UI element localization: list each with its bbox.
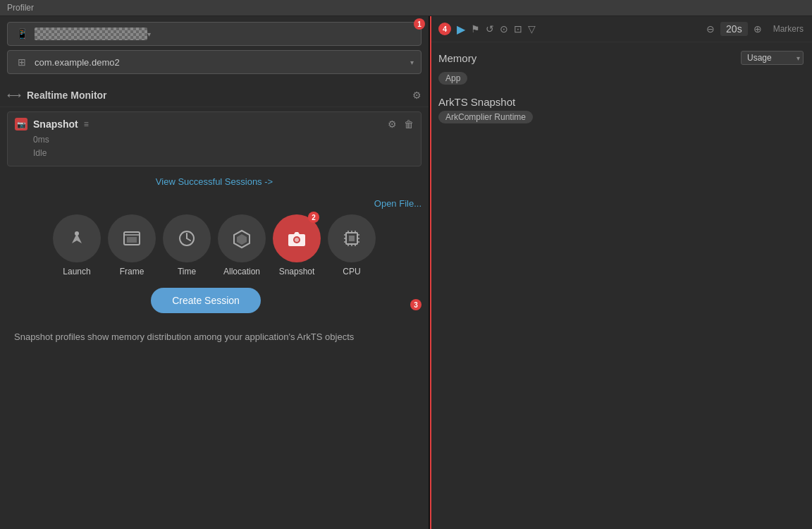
launch-label: Launch <box>63 267 90 276</box>
device-chevron-icon: ▾ <box>147 30 151 38</box>
snapshot-actions: ⚙ 🗑 <box>388 118 414 130</box>
snapshot-label: Snapshot <box>33 118 78 130</box>
snapshot-status: Idle <box>33 147 414 160</box>
time-circle <box>163 214 211 262</box>
realtime-monitor-title: Realtime Monitor <box>27 90 107 101</box>
device-value <box>35 28 147 40</box>
process-value: com.example.demo2 <box>35 57 410 68</box>
app-title: Profiler <box>7 3 34 13</box>
snapshot-delete-icon[interactable]: 🗑 <box>404 118 414 130</box>
arkts-chip: ArkComplier Runtime <box>438 111 533 123</box>
snapshot-time: 0ms <box>33 133 414 147</box>
svg-line-6 <box>187 238 190 241</box>
svg-rect-3 <box>127 237 137 243</box>
profile-btn-allocation[interactable]: Allocation <box>218 214 266 276</box>
svg-point-11 <box>295 238 299 242</box>
monitor-icon: ⟷ <box>7 90 21 101</box>
description-text: Snapshot profiles show memory distributi… <box>7 330 422 344</box>
main-layout: 📱 ▾ 1 ⊞ com.example.demo2 ▾ ⟷ Realtime M… <box>0 16 812 529</box>
view-sessions-link[interactable]: View Successful Sessions -> <box>0 171 429 193</box>
screenshot-icon[interactable]: ⊡ <box>514 23 522 35</box>
profile-types-area: Open File... Launch <box>0 193 429 529</box>
memory-title: Memory <box>438 52 476 64</box>
flag-icon[interactable]: ⚑ <box>471 23 480 35</box>
cpu-circle <box>328 214 376 262</box>
camera-icon[interactable]: ⊙ <box>500 23 508 35</box>
create-session-badge: 3 <box>410 299 422 310</box>
profile-btn-time[interactable]: Time <box>163 214 211 276</box>
usage-dropdown[interactable]: Usage Allocations Timeline <box>741 51 804 65</box>
realtime-monitor-header: ⟷ Realtime Monitor ⚙ <box>0 84 429 107</box>
device-selector[interactable]: 📱 ▾ 1 <box>7 22 422 46</box>
profile-btn-launch[interactable]: Launch <box>53 214 101 276</box>
create-session-wrapper: Create Session 3 <box>7 288 422 322</box>
create-session-button[interactable]: Create Session <box>151 288 261 313</box>
snapshot-badge: 2 <box>308 212 319 223</box>
snapshot-btn-label: Snapshot <box>279 267 315 276</box>
time-display: 20s <box>720 22 748 36</box>
frame-circle <box>108 214 156 262</box>
title-bar: Profiler <box>0 0 812 16</box>
snapshot-item: 📷 Snapshot ≡ ⚙ 🗑 0ms Idle <box>7 111 422 166</box>
zoom-in-icon[interactable]: ⊕ <box>753 23 762 35</box>
memory-section: Memory Usage Allocations Timeline App <box>438 51 804 85</box>
snapshot-header: 📷 Snapshot ≡ ⚙ 🗑 <box>15 118 414 130</box>
snapshot-list-icon: ≡ <box>84 119 89 129</box>
snapshot-meta: 0ms Idle <box>33 133 414 160</box>
open-file-row: Open File... <box>7 198 422 209</box>
svg-marker-8 <box>237 234 247 245</box>
frame-label: Frame <box>120 267 144 276</box>
arkts-section: ArkTS Snapshot ArkComplier Runtime <box>438 96 804 123</box>
monitor-gear-icon[interactable]: ⚙ <box>412 90 422 101</box>
open-file-link[interactable]: Open File... <box>374 198 422 209</box>
device-icon: 📱 <box>15 27 29 41</box>
memory-app-chip: App <box>438 72 467 85</box>
timeline-cursor <box>430 16 431 529</box>
right-panel: 4 ▶ ⚑ ↺ ⊙ ⊡ ▽ ⊖ 20s ⊕ Markers Memory <box>430 16 812 529</box>
allocation-circle <box>218 214 266 262</box>
process-selector[interactable]: ⊞ com.example.demo2 ▾ <box>7 50 422 74</box>
profile-btn-frame[interactable]: Frame <box>108 214 156 276</box>
allocation-label: Allocation <box>223 267 260 276</box>
filter-icon[interactable]: ▽ <box>528 23 536 35</box>
left-panel: 📱 ▾ 1 ⊞ com.example.demo2 ▾ ⟷ Realtime M… <box>0 16 430 529</box>
refresh-icon[interactable]: ↺ <box>486 23 494 35</box>
selectors: 📱 ▾ 1 ⊞ com.example.demo2 ▾ <box>0 16 429 84</box>
snapshot-config-icon[interactable]: ⚙ <box>388 118 397 130</box>
cpu-label: CPU <box>343 267 360 276</box>
process-chevron-icon: ▾ <box>410 59 414 66</box>
launch-circle <box>53 214 101 262</box>
svg-rect-13 <box>349 236 355 241</box>
play-icon[interactable]: ▶ <box>457 23 465 36</box>
svg-point-0 <box>75 231 79 236</box>
profile-btn-snapshot[interactable]: Snapshot 2 <box>273 214 321 276</box>
zoom-out-icon[interactable]: ⊖ <box>706 23 715 35</box>
profile-type-buttons: Launch Frame <box>7 214 422 276</box>
time-label: Time <box>178 267 196 276</box>
process-icon: ⊞ <box>15 55 29 69</box>
step-badge: 4 <box>438 23 451 35</box>
device-badge: 1 <box>414 18 425 30</box>
right-toolbar: 4 ▶ ⚑ ↺ ⊙ ⊡ ▽ ⊖ 20s ⊕ Markers <box>430 16 812 42</box>
markers-label: Markers <box>773 24 804 34</box>
memory-header: Memory Usage Allocations Timeline <box>438 51 804 65</box>
right-content: Memory Usage Allocations Timeline App Ar… <box>430 42 812 529</box>
usage-dropdown-wrapper[interactable]: Usage Allocations Timeline <box>741 51 804 65</box>
profile-btn-cpu[interactable]: CPU <box>328 214 376 276</box>
snapshot-type-icon: 📷 <box>15 118 27 130</box>
arkts-title: ArkTS Snapshot <box>438 96 804 108</box>
